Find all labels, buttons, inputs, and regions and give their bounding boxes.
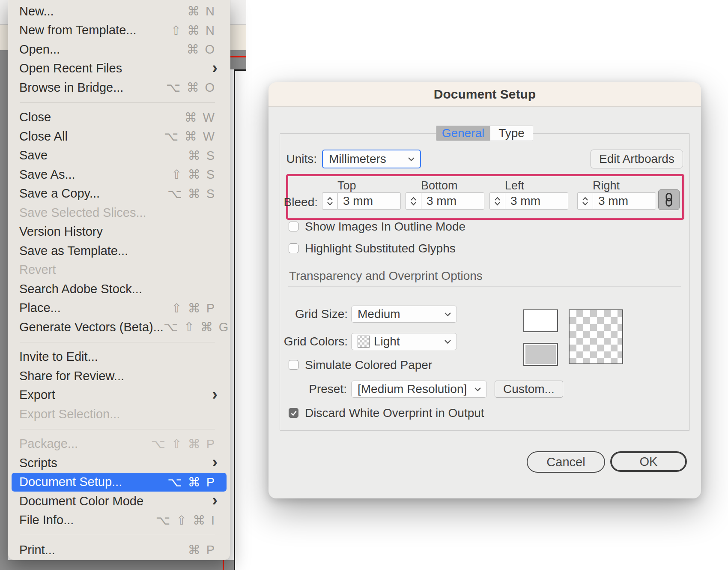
menu-item-label: Document Setup...	[19, 475, 122, 489]
dialog-title: Document Setup	[434, 87, 536, 102]
menu-item-open[interactable]: Open...⌘ O	[8, 40, 230, 59]
menu-item-new[interactable]: New...⌘ N	[8, 2, 230, 21]
menu-item-label: File Info...	[19, 513, 74, 527]
show-images-outline-checkbox[interactable]	[289, 222, 298, 231]
grid-size-select[interactable]: Medium	[351, 306, 457, 323]
menu-item-document-color-mode[interactable]: Document Color Mode›	[8, 492, 230, 511]
bleed-top-stepper[interactable]	[322, 192, 337, 210]
highlight-substituted-glyphs-checkbox[interactable]	[289, 243, 298, 253]
stepper-up-icon	[494, 197, 501, 201]
menu-item-shortcut: ⌘ W	[185, 110, 216, 125]
menu-item-browse-in-bridge[interactable]: Browse in Bridge...⌥ ⌘ O	[8, 78, 230, 97]
menu-item-document-setup[interactable]: Document Setup...⌥ ⌘ P	[12, 473, 227, 492]
bleed-bottom-stepper[interactable]	[406, 192, 421, 210]
pasteboard-left	[0, 50, 8, 570]
chevron-down-icon	[408, 157, 415, 162]
preset-label: Preset:	[304, 383, 347, 396]
menu-item-export[interactable]: Export›	[8, 386, 230, 405]
menu-item-label: Browse in Bridge...	[19, 81, 123, 95]
menu-item-close[interactable]: Close⌘ W	[8, 108, 230, 127]
transparency-grid-preview	[569, 309, 623, 364]
menu-item-label: Package...	[19, 437, 78, 451]
menu-item-shortcut: ⌘ P	[188, 543, 216, 557]
stepper-down-icon	[410, 202, 417, 206]
edit-artboards-label: Edit Artboards	[599, 152, 674, 166]
menu-item-label: Save Selected Slices...	[19, 206, 146, 220]
menu-item-search-adobe-stock[interactable]: Search Adobe Stock...	[8, 279, 230, 299]
menu-item-save[interactable]: Save⌘ S	[8, 146, 230, 165]
screen: New...⌘ NNew from Template...⇧ ⌘ NOpen..…	[0, 0, 728, 570]
menu-item-save-a-copy[interactable]: Save a Copy...⌥ ⌘ S	[8, 184, 230, 204]
artboard-edge-vertical	[234, 69, 235, 570]
menu-item-label: Search Adobe Stock...	[19, 282, 142, 296]
bleed-header-left: Left	[505, 179, 565, 192]
tab-general[interactable]: General	[436, 126, 490, 141]
menu-item-shortcut: ⌥ ⇧ ⌘ P	[151, 437, 216, 451]
cancel-button[interactable]: Cancel	[527, 451, 605, 473]
menu-item-invite-to-edit[interactable]: Invite to Edit...	[8, 348, 230, 367]
custom-button[interactable]: Custom...	[495, 381, 563, 398]
menu-item-label: Document Color Mode	[19, 494, 143, 508]
tab-type[interactable]: Type	[490, 126, 533, 141]
menu-item-shortcut: ⌘ S	[188, 148, 216, 163]
cancel-button-label: Cancel	[546, 455, 585, 469]
menu-divider	[20, 535, 215, 535]
discard-white-overprint-checkbox[interactable]	[289, 408, 298, 418]
menu-item-print[interactable]: Print...⌘ P	[8, 540, 230, 560]
menu-item-label: Version History	[19, 225, 103, 239]
submenu-chevron-icon: ›	[212, 454, 218, 470]
ok-button[interactable]: OK	[610, 451, 687, 472]
grid-color-preview-fill	[525, 345, 556, 364]
menu-item-open-recent-files[interactable]: Open Recent Files›	[8, 59, 230, 78]
menu-item-place[interactable]: Place...⇧ ⌘ P	[8, 299, 230, 318]
app-toolbar	[230, 25, 246, 50]
bleed-header-bottom: Bottom	[421, 179, 481, 192]
menu-item-label: Save as Template...	[19, 244, 128, 258]
bleed-top-input[interactable]: 3 mm	[337, 192, 401, 210]
app-window-chrome-left	[0, 0, 8, 25]
menu-item-shortcut: ⌥ ⌘ O	[166, 80, 216, 95]
menu-item-file-info[interactable]: File Info...⌥ ⇧ ⌘ I	[8, 511, 230, 530]
menu-item-label: New from Template...	[19, 23, 136, 37]
simulate-colored-paper-checkbox[interactable]	[289, 360, 298, 370]
menu-item-scripts[interactable]: Scripts›	[8, 453, 230, 473]
grid-colors-select[interactable]: Light	[351, 333, 457, 350]
menu-item-label: Open Recent Files	[19, 61, 122, 75]
menu-item-new-from-template[interactable]: New from Template...⇧ ⌘ N	[8, 21, 230, 40]
bleed-guide-horizontal	[230, 56, 246, 57]
menu-item-shortcut: ⇧ ⌘ S	[171, 167, 216, 182]
menu-item-close-all[interactable]: Close All⌥ ⌘ W	[8, 127, 230, 146]
chevron-down-icon	[444, 339, 451, 344]
grid-size-label: Grid Size:	[286, 308, 348, 321]
menu-item-generate-vectors-beta[interactable]: Generate Vectors (Beta)...⌥ ⇧ ⌘ G	[8, 318, 230, 337]
custom-button-label: Custom...	[503, 382, 555, 396]
menu-item-label: New...	[19, 4, 54, 18]
bleed-right-input[interactable]: 3 mm	[593, 192, 656, 210]
menu-divider	[20, 342, 215, 342]
menu-item-label: Close All	[19, 129, 68, 144]
menu-item-share-for-review[interactable]: Share for Review...	[8, 366, 230, 386]
menu-item-shortcut: ⇧ ⌘ P	[171, 301, 216, 315]
stepper-up-icon	[327, 197, 333, 201]
show-images-outline-label: Show Images In Outline Mode	[305, 220, 579, 233]
menu-item-version-history[interactable]: Version History	[8, 222, 230, 242]
tab-type-label: Type	[498, 126, 525, 140]
bleed-bottom-input[interactable]: 3 mm	[421, 192, 484, 210]
app-window-chrome	[230, 0, 246, 25]
bleed-left-input[interactable]: 3 mm	[505, 192, 568, 210]
menu-item-shortcut: ⌘ O	[186, 42, 216, 57]
menu-item-save-as-template[interactable]: Save as Template...	[8, 241, 230, 261]
bleed-right-stepper[interactable]	[577, 192, 593, 210]
menu-item-label: Save a Copy...	[19, 186, 100, 201]
dialog-tabs: General Type	[436, 126, 533, 141]
link-bleed-values-button[interactable]	[658, 189, 680, 210]
bleed-left-stepper[interactable]	[489, 192, 505, 210]
bleed-header-top: Top	[337, 179, 397, 192]
menu-item-label: Save	[19, 148, 48, 162]
units-label: Units:	[278, 153, 317, 165]
menu-item-save-as[interactable]: Save As...⇧ ⌘ S	[8, 165, 230, 184]
menu-item-shortcut: ⌥ ⌘ W	[164, 129, 216, 144]
edit-artboards-button[interactable]: Edit Artboards	[591, 150, 683, 168]
preset-select[interactable]: [Medium Resolution]	[351, 381, 487, 398]
units-select[interactable]: Millimeters	[322, 150, 421, 168]
